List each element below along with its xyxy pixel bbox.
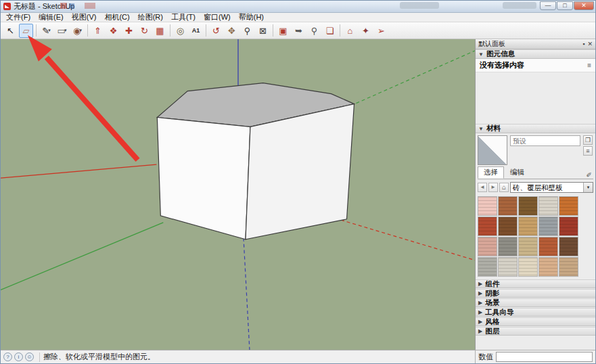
- material-swatch-10[interactable]: [478, 237, 497, 256]
- collapsed-section-1[interactable]: ▶阴影: [476, 289, 595, 298]
- close-button[interactable]: ✕: [574, 1, 594, 10]
- text-tool[interactable]: A1: [189, 24, 203, 38]
- select-tool[interactable]: ↖: [3, 24, 18, 38]
- home-icon[interactable]: ⌂: [499, 183, 509, 192]
- model-right-face[interactable]: [246, 104, 354, 240]
- menu-item-3[interactable]: 相机(C): [100, 12, 133, 22]
- paint-bucket-tool[interactable]: ▣: [276, 24, 290, 38]
- sample-paint-icon[interactable]: ✐: [587, 171, 593, 179]
- material-swatch-12[interactable]: [518, 237, 538, 256]
- material-swatch-14[interactable]: [559, 237, 578, 256]
- menu-item-1[interactable]: 编辑(E): [35, 12, 68, 22]
- main-area: 默认面板 ▪ ✕ ▼ 图元信息 没有选择内容 ≡ ▼ 材料: [1, 39, 595, 350]
- collapsed-section-5[interactable]: ▶图层: [476, 327, 595, 336]
- material-swatch-5[interactable]: [478, 217, 497, 236]
- zoom-tool[interactable]: ⚲: [240, 24, 254, 38]
- share-model-tool[interactable]: ➢: [374, 24, 388, 38]
- zoom-extents-tool-icon: ⊠: [259, 26, 267, 35]
- chevron-down-icon[interactable]: ▾: [583, 183, 593, 192]
- material-swatch-7[interactable]: [518, 217, 538, 236]
- entity-details-icon[interactable]: ≡: [587, 62, 591, 69]
- extension-warehouse-tool[interactable]: ✦: [359, 24, 373, 38]
- create-material-icon[interactable]: ≡: [583, 146, 593, 156]
- material-swatch-15[interactable]: [478, 257, 497, 277]
- pushpull-tool[interactable]: ⇑: [91, 24, 105, 38]
- eraser-tool[interactable]: ▱: [19, 24, 33, 38]
- material-preview[interactable]: [478, 135, 507, 165]
- material-swatch-2[interactable]: [518, 196, 538, 216]
- polygon-tool[interactable]: ◉▾: [70, 24, 85, 38]
- material-swatch-13[interactable]: [538, 237, 558, 256]
- material-swatch-16[interactable]: [498, 257, 518, 277]
- line-tool[interactable]: ✎▾: [39, 24, 53, 38]
- panel-title: 默认面板: [478, 39, 505, 49]
- tab-select[interactable]: 选择: [478, 166, 504, 179]
- pan-tool[interactable]: ✥: [225, 24, 239, 38]
- zoom-window-tool[interactable]: ⚲: [307, 24, 321, 38]
- model-left-face[interactable]: [157, 117, 250, 239]
- dropdown-arrow-icon[interactable]: ▾: [48, 28, 51, 33]
- material-swatch-11[interactable]: [498, 237, 518, 256]
- collapsed-section-3[interactable]: ▶工具向导: [476, 308, 595, 317]
- material-swatch-8[interactable]: [538, 217, 558, 236]
- dropdown-arrow-icon[interactable]: ▾: [64, 28, 67, 33]
- minimize-button[interactable]: —: [540, 1, 556, 10]
- secondary-pane-icon[interactable]: ❐: [583, 135, 593, 145]
- toolbar-separator: [273, 24, 273, 37]
- credits-icon[interactable]: i: [14, 352, 23, 361]
- material-swatch-4[interactable]: [559, 196, 578, 216]
- scale-tool[interactable]: ▦: [153, 24, 167, 38]
- back-icon[interactable]: ◄: [478, 183, 487, 192]
- collapsed-section-0[interactable]: ▶组件: [476, 279, 595, 288]
- move-tool-icon: ✚: [125, 26, 133, 35]
- tape-measure-tool[interactable]: ◎: [173, 24, 187, 38]
- follow-me-tool[interactable]: ➥: [292, 24, 306, 38]
- dropdown-arrow-icon[interactable]: ▾: [79, 28, 82, 33]
- menu-item-2[interactable]: 视图(V): [68, 12, 101, 22]
- materials-title: 材料: [486, 124, 501, 133]
- menu-item-7[interactable]: 帮助(H): [235, 12, 268, 22]
- 3d-warehouse-tool[interactable]: ⌂: [343, 24, 357, 38]
- title-bar: 无标题 - SketchUp — □ ✕: [1, 1, 595, 13]
- viewport[interactable]: [1, 39, 475, 350]
- entity-info-header[interactable]: ▼ 图元信息: [476, 49, 595, 59]
- forward-icon[interactable]: ►: [488, 183, 498, 192]
- panel-close-icon[interactable]: ✕: [587, 41, 593, 47]
- move-tool[interactable]: ✚: [122, 24, 136, 38]
- pushpull-tool-icon: ⇑: [94, 26, 101, 35]
- zoom-extents-tool[interactable]: ⊠: [256, 24, 270, 38]
- material-swatch-17[interactable]: [518, 257, 538, 277]
- measurements-input[interactable]: [496, 352, 593, 362]
- material-swatch-6[interactable]: [498, 217, 518, 236]
- orbit-tool[interactable]: ↺: [209, 24, 223, 38]
- collapsed-section-2[interactable]: ▶场景: [476, 298, 595, 307]
- material-swatch-9[interactable]: [559, 217, 578, 236]
- menu-item-5[interactable]: 工具(T): [167, 12, 200, 22]
- material-swatch-3[interactable]: [538, 196, 558, 216]
- material-swatch-1[interactable]: [498, 196, 518, 216]
- menu-bar: 文件(F)编辑(E)视图(V)相机(C)绘图(R)工具(T)窗口(W)帮助(H): [1, 13, 595, 22]
- material-category-select[interactable]: 砖、覆层和壁板 ▾: [510, 182, 593, 193]
- section-plane-tool[interactable]: ❏: [323, 24, 337, 38]
- menu-item-6[interactable]: 窗口(W): [200, 12, 235, 22]
- maximize-button[interactable]: □: [557, 1, 573, 10]
- tab-edit[interactable]: 编辑: [504, 166, 530, 179]
- material-name-field[interactable]: [510, 135, 580, 146]
- collapsed-section-label: 组件: [485, 279, 499, 289]
- geolocation-help-icon[interactable]: ?: [3, 352, 12, 361]
- rotate-tool[interactable]: ↻: [137, 24, 152, 38]
- offset-tool[interactable]: ❖: [106, 24, 120, 38]
- material-category-value: 砖、覆层和壁板: [511, 183, 583, 192]
- collapsed-section-4[interactable]: ▶风格: [476, 317, 595, 326]
- material-swatch-18[interactable]: [538, 257, 558, 277]
- user-icon[interactable]: ☺: [25, 352, 34, 361]
- menu-item-0[interactable]: 文件(F): [2, 12, 35, 22]
- eraser-tool-icon: ▱: [23, 26, 30, 35]
- pin-icon[interactable]: ▪: [582, 41, 584, 47]
- menu-item-4[interactable]: 绘图(R): [134, 12, 167, 22]
- material-swatch-0[interactable]: [478, 196, 497, 216]
- viewport-canvas[interactable]: [1, 39, 475, 350]
- materials-header[interactable]: ▼ 材料: [476, 124, 595, 133]
- shapes-tool[interactable]: ▭▾: [55, 24, 69, 38]
- material-swatch-19[interactable]: [559, 257, 578, 277]
